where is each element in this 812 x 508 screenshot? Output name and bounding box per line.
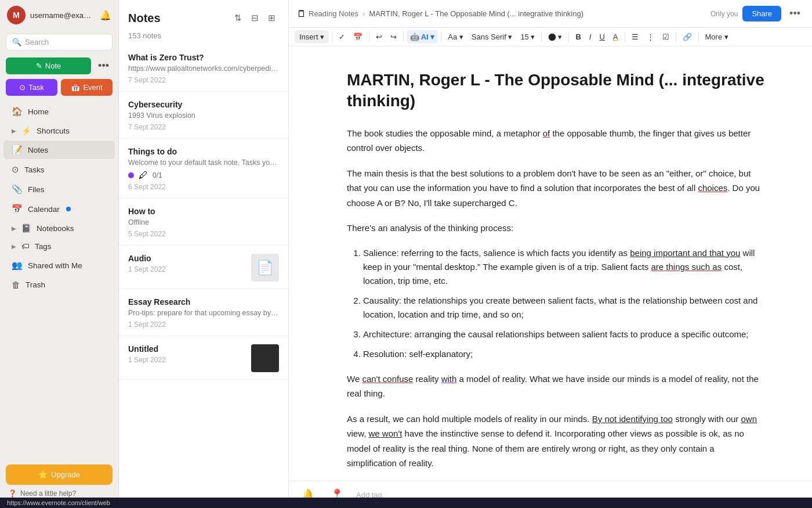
avatar[interactable]: M <box>7 6 26 24</box>
more-options-button[interactable]: ••• <box>95 57 113 74</box>
toolbar-separator <box>625 32 625 42</box>
sidebar-item-tasks[interactable]: ⊙ Tasks <box>3 160 115 179</box>
calendar-inline-button[interactable]: 📅 <box>350 30 366 44</box>
sidebar-item-label: Home <box>28 107 49 116</box>
sidebar-item-notebooks[interactable]: ▶ 📓 Notebooks <box>3 219 115 237</box>
note-item-date: 1 Sept 2022 <box>128 356 245 364</box>
highlight-button[interactable]: A <box>610 30 622 44</box>
link-button[interactable]: 🔗 <box>679 30 695 44</box>
editor-area[interactable]: MARTIN, Roger L - The Opposable Mind (..… <box>289 46 812 481</box>
note-item-row: Cybersecurity 1993 Virus explosion 7 Sep… <box>128 100 279 131</box>
note-plus-icon: ✎ <box>36 62 42 70</box>
breadcrumb-separator: › <box>362 9 365 18</box>
topbar-left: 🗒 Reading Notes › MARTIN, Roger L - The … <box>297 9 707 19</box>
note-item-date: 7 Sept 2022 <box>128 76 279 84</box>
sidebar-item-label: Trash <box>26 280 45 289</box>
note-item-preview: Welcome to your default task note. Tasks… <box>128 158 279 167</box>
toolbar-separator <box>441 32 441 42</box>
sidebar-item-label: Shared with Me <box>28 261 82 270</box>
note-item[interactable]: Untitled 1 Sept 2022 <box>119 336 288 380</box>
sidebar-item-notes[interactable]: 📝 Notes <box>3 140 115 159</box>
new-event-button[interactable]: 📅 Event <box>61 79 113 96</box>
new-note-button[interactable]: ✎ Note <box>6 57 91 74</box>
notes-count: 153 notes <box>119 30 288 45</box>
sidebar-item-label: Files <box>28 185 45 194</box>
view-toggle-button[interactable]: ⊞ <box>264 10 279 26</box>
sort-button[interactable]: ⇅ <box>231 10 245 26</box>
note-item[interactable]: Audio 1 Sept 2022 📄 <box>119 246 288 289</box>
note-item-date: 6 Sept 2022 <box>128 183 279 191</box>
unordered-list-button[interactable]: ☰ <box>628 30 642 44</box>
ai-button[interactable]: 🤖 AI ▾ <box>407 30 438 44</box>
user-name: username@example <box>30 11 95 20</box>
note-item-row: Things to do Welcome to your default tas… <box>128 147 279 191</box>
toolbar-separator <box>369 32 369 42</box>
check-button[interactable]: ✓ <box>335 30 349 44</box>
sidebar-header: M username@example 🔔 <box>0 0 118 30</box>
italic-button[interactable]: I <box>586 30 595 44</box>
ordered-list-button[interactable]: ⋮ <box>643 30 658 44</box>
trash-icon: 🗑 <box>12 280 20 290</box>
sidebar-item-shortcuts[interactable]: ▶ ⚡ Shortcuts <box>3 122 115 139</box>
breadcrumb-note: MARTIN, Roger L - The Opposable Mind (..… <box>369 9 583 18</box>
notes-header: Notes ⇅ ⊟ ⊞ <box>119 0 288 30</box>
insert-button[interactable]: Insert ▾ <box>295 30 329 44</box>
filter-button[interactable]: ⊟ <box>248 10 262 26</box>
sidebar-item-calendar[interactable]: 📅 Calendar <box>3 200 115 218</box>
bold-button[interactable]: B <box>572 30 584 44</box>
note-item[interactable]: How to Offline 5 Sept 2022 <box>119 199 288 246</box>
note-thumbnail <box>251 344 279 372</box>
task-badge <box>128 172 134 178</box>
font-size-aa-button[interactable]: Aa ▾ <box>444 30 467 44</box>
note-item[interactable]: Cybersecurity 1993 Virus explosion 7 Sep… <box>119 92 288 139</box>
task-event-row: ⊙ Task 📅 Event <box>0 79 118 102</box>
insert-label: Insert <box>299 33 318 41</box>
action-buttons: ✎ Note ••• <box>0 55 118 79</box>
bell-icon[interactable]: 🔔 <box>100 10 111 21</box>
event-icon: 📅 <box>71 83 80 92</box>
upgrade-button[interactable]: ⭐ Upgrade <box>6 464 113 485</box>
topbar-more-button[interactable]: ••• <box>786 5 804 22</box>
list-item-3: Architecture: arranging the causal relat… <box>363 327 766 341</box>
note-item[interactable]: Things to do Welcome to your default tas… <box>119 139 288 199</box>
shortcuts-icon: ⚡ <box>21 126 31 135</box>
chevron-right-icon: ▶ <box>12 128 16 134</box>
search-placeholder: Search <box>25 38 49 46</box>
color-button[interactable]: ▾ <box>545 30 566 44</box>
sidebar-item-tags[interactable]: ▶ 🏷 Tags <box>3 238 115 255</box>
paragraph-5: As a result, we can hold multiple models… <box>347 412 766 471</box>
note-item-title: Audio <box>128 254 245 263</box>
breadcrumb-notebook[interactable]: Reading Notes <box>309 9 358 18</box>
note-item[interactable]: Essay Research Pro-tips: prepare for tha… <box>119 289 288 336</box>
share-button[interactable]: Share <box>742 6 781 21</box>
note-item-title: How to <box>128 207 279 216</box>
search-icon: 🔍 <box>12 38 21 46</box>
font-family-button[interactable]: Sans Serif ▾ <box>468 30 516 44</box>
undo-button[interactable]: ↩ <box>372 30 386 44</box>
shared-icon: 👥 <box>12 260 23 271</box>
underline-button[interactable]: U <box>596 30 608 44</box>
upgrade-label: Upgrade <box>51 470 80 479</box>
search-bar[interactable]: 🔍 Search <box>6 34 113 51</box>
note-item-preview: https://www.paloaltonetworks.com/cyberpe… <box>128 64 279 73</box>
note-item-title: What is Zero Trust? <box>128 53 279 62</box>
help-icon: ❓ <box>8 489 17 498</box>
sidebar-item-label: Tags <box>35 242 52 251</box>
topbar-right: Only you Share ••• <box>710 5 804 22</box>
list-item-2: Causality: the relationships you create … <box>363 294 766 322</box>
paragraph-4: We can't confuse reality with a model of… <box>347 372 766 401</box>
chevron-right-icon: ▶ <box>12 225 16 232</box>
note-item-row: What is Zero Trust? https://www.paloalto… <box>128 53 279 84</box>
sidebar-item-home[interactable]: 🏠 Home <box>3 102 115 121</box>
checklist-button[interactable]: ☑ <box>659 30 673 44</box>
sidebar-item-trash[interactable]: 🗑 Trash <box>3 276 115 294</box>
toolbar-separator <box>676 32 676 42</box>
font-size-button[interactable]: 15 ▾ <box>517 30 538 44</box>
note-item-title: Cybersecurity <box>128 100 279 109</box>
more-format-button[interactable]: More ▾ <box>702 30 732 44</box>
sidebar-item-shared[interactable]: 👥 Shared with Me <box>3 256 115 275</box>
new-task-button[interactable]: ⊙ Task <box>6 79 57 96</box>
sidebar-item-files[interactable]: 📎 Files <box>3 180 115 199</box>
redo-button[interactable]: ↪ <box>387 30 400 44</box>
note-item[interactable]: What is Zero Trust? https://www.paloalto… <box>119 45 288 92</box>
